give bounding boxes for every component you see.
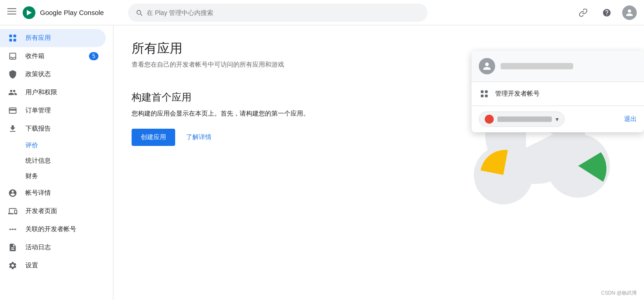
sidebar-item-account-details[interactable]: 帐号详情	[0, 184, 106, 202]
sidebar-users-label: 用户和权限	[25, 88, 98, 97]
linked-icon	[7, 225, 18, 234]
grid-icon	[7, 34, 18, 43]
sidebar-item-linked-accounts[interactable]: 关联的开发者帐号	[0, 220, 106, 238]
svg-rect-14	[481, 91, 484, 93]
svg-rect-15	[485, 91, 488, 93]
header-actions	[575, 5, 637, 21]
svg-point-8	[12, 228, 13, 230]
inbox-icon	[7, 52, 18, 61]
logo-icon	[22, 5, 36, 20]
header: Google Play Console	[0, 0, 644, 25]
watermark: CSDN @杨武博	[601, 290, 637, 296]
sidebar-item-users-permissions[interactable]: 用户和权限	[0, 83, 106, 102]
gear-icon	[7, 261, 18, 270]
account-dot	[485, 115, 494, 124]
logo-area: Google Play Console	[22, 5, 104, 20]
log-icon	[7, 243, 18, 252]
link-button[interactable]	[575, 5, 591, 21]
sidebar-item-settings[interactable]: 设置	[0, 256, 106, 275]
manage-developer-account-row[interactable]: 管理开发者帐号	[472, 82, 644, 106]
search-input[interactable]	[147, 9, 420, 16]
dropdown-avatar	[479, 58, 495, 74]
shield-icon	[7, 70, 18, 79]
sidebar-item-activity-log[interactable]: 活动日志	[0, 238, 106, 256]
account-name-blur	[497, 116, 552, 122]
logout-button[interactable]: 退出	[624, 115, 637, 123]
sidebar: 所有应用 收件箱 5 政策状态 用户和权限 订单管理	[0, 25, 113, 300]
svg-rect-0	[7, 8, 16, 9]
download-icon	[7, 124, 18, 133]
user-dropdown: 管理开发者帐号 ▾ 退出	[472, 51, 644, 132]
svg-point-9	[10, 228, 11, 230]
sidebar-item-inbox[interactable]: 收件箱 5	[0, 47, 106, 65]
svg-rect-16	[481, 95, 484, 97]
sidebar-item-all-apps[interactable]: 所有应用	[0, 29, 106, 47]
sidebar-all-apps-label: 所有应用	[25, 34, 98, 42]
sidebar-item-finance[interactable]: 财务	[0, 169, 106, 184]
sidebar-finance-label: 财务	[25, 172, 38, 180]
sidebar-inbox-label: 收件箱	[25, 52, 82, 60]
help-button[interactable]	[599, 5, 615, 21]
sidebar-activity-label: 活动日志	[25, 243, 98, 252]
sidebar-orders-label: 订单管理	[25, 106, 98, 115]
manage-account-icon	[479, 88, 490, 99]
search-bar	[128, 4, 428, 22]
sidebar-settings-label: 设置	[25, 261, 98, 270]
sidebar-statistics-label: 统计信息	[25, 157, 51, 165]
learn-more-button[interactable]: 了解详情	[177, 129, 221, 146]
dropdown-user-info	[472, 51, 644, 82]
create-app-button[interactable]: 创建应用	[132, 129, 175, 146]
card-icon	[7, 106, 18, 115]
main-content: 所有应用 查看您在自己的开发者帐号中可访问的所有应用和游戏 构建首个应用 您构建…	[113, 25, 644, 300]
sidebar-item-statistics[interactable]: 统计信息	[0, 153, 106, 169]
svg-rect-7	[14, 39, 16, 42]
hamburger-icon[interactable]	[7, 7, 16, 18]
account-selector[interactable]: ▾	[479, 111, 565, 127]
search-wrapper	[128, 4, 428, 22]
app-title: Google Play Console	[40, 9, 104, 16]
sidebar-developer-label: 开发者页面	[25, 207, 98, 215]
inbox-badge: 5	[89, 52, 98, 60]
user-avatar-button[interactable]	[622, 5, 637, 20]
sidebar-item-order-management[interactable]: 订单管理	[0, 102, 106, 120]
dropdown-account-row: ▾ 退出	[472, 106, 644, 132]
manage-label: 管理开发者帐号	[495, 90, 540, 98]
sidebar-item-policy-status[interactable]: 政策状态	[0, 65, 106, 83]
header-left: Google Play Console	[7, 5, 121, 20]
search-icon	[135, 9, 143, 17]
svg-rect-2	[7, 14, 16, 15]
sidebar-reviews-label: 评价	[25, 141, 38, 150]
svg-rect-1	[7, 11, 16, 12]
sidebar-policy-label: 政策状态	[25, 70, 98, 78]
chevron-down-icon: ▾	[556, 116, 559, 123]
svg-rect-6	[10, 39, 12, 42]
person-icon	[7, 88, 18, 97]
sidebar-linked-label: 关联的开发者帐号	[25, 225, 98, 233]
main-layout: 所有应用 收件箱 5 政策状态 用户和权限 订单管理	[0, 25, 644, 300]
sidebar-downloads-label: 下载报告	[25, 125, 98, 133]
sidebar-item-reviews[interactable]: 评价	[0, 138, 106, 153]
sidebar-item-download-reports[interactable]: 下载报告	[0, 120, 106, 138]
dropdown-user-name-blur	[501, 63, 573, 69]
sidebar-item-developer-page[interactable]: 开发者页面	[0, 202, 106, 220]
svg-rect-4	[10, 35, 12, 38]
sidebar-account-label: 帐号详情	[25, 189, 98, 197]
account-icon	[7, 189, 18, 198]
developer-icon	[7, 207, 18, 216]
svg-point-10	[15, 228, 16, 230]
svg-rect-5	[14, 35, 16, 38]
svg-rect-17	[485, 95, 488, 97]
